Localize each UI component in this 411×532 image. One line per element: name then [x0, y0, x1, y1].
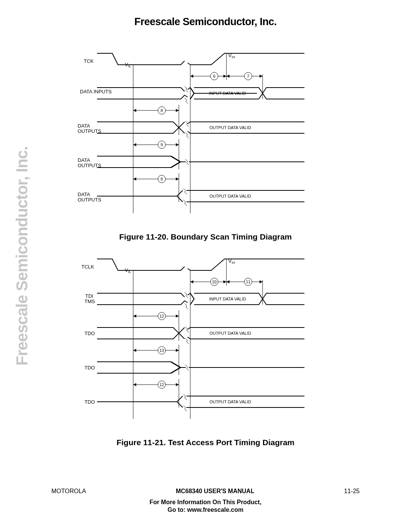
marker-13-group: 13 [133, 347, 179, 354]
data-outputs-3-row: DATAOUTPUTS OUTPUT DATA VALID [78, 189, 304, 206]
tdo-2-row: TDO [84, 362, 304, 373]
marker-12a: 12 [159, 314, 164, 318]
tdi-tms-row: TDI TMS INPUT DATA VALID [84, 292, 304, 309]
tdi-label: TDI [85, 293, 93, 299]
tdo-2-label: TDO [84, 365, 95, 371]
tdo-3-label: TDO [84, 399, 95, 405]
page: Freescale Semiconductor, Inc. Freescale … [0, 0, 411, 532]
marker-12b: 12 [159, 382, 164, 387]
marker-11: 11 [246, 280, 250, 284]
marker-8b: 8 [161, 177, 163, 181]
marker-8a: 8 [161, 108, 163, 113]
marker-6: 6 [213, 74, 215, 78]
watermark-text: Freescale Semiconductor, Inc. [13, 146, 31, 366]
output-data-valid-2b: OUTPUT DATA VALID [209, 399, 251, 404]
svg-text:DATAOUTPUTS: DATAOUTPUTS [78, 123, 101, 134]
marker-8a-group: 8 [133, 107, 179, 114]
footer-line1: For More Information On This Product, [0, 498, 411, 506]
footer-center: MC68340 USER'S MANUAL [176, 488, 255, 495]
data-outputs-1-row: DATAOUTPUTS OUTPUT DATA VALID [78, 121, 304, 138]
input-data-valid-2: INPUT DATA VALID [209, 297, 246, 301]
tclk-label: TCLK [81, 264, 94, 270]
tdo-1-row: TDO OUTPUT DATA VALID [84, 327, 304, 344]
marker-7: 7 [247, 74, 249, 78]
marker-8b-group: 8 [133, 175, 179, 183]
output-data-valid-3: OUTPUT DATA VALID [209, 194, 251, 198]
marker-10-group: 10 [190, 278, 226, 286]
marker-10: 10 [212, 280, 217, 284]
output-data-valid-2a: OUTPUT DATA VALID [209, 331, 251, 335]
figure-11-20-caption: Figure 11-20. Boundary Scan Timing Diagr… [0, 232, 411, 241]
tck-label: TCK [84, 58, 94, 64]
marker-11-group: 11 [226, 278, 263, 286]
marker-9: 9 [161, 142, 163, 147]
input-data-valid: INPUT DATA VALID [209, 91, 246, 96]
figure-11-21-caption: Figure 11-21. Test Access Port Timing Di… [0, 438, 411, 447]
data-outputs-2-row: DATAOUTPUTS [78, 156, 304, 168]
marker-7-group: 7 [226, 72, 263, 80]
marker-12b-group: 12 [133, 381, 179, 388]
marker-12a-group: 12 [133, 312, 179, 320]
marker-9-group: 9 [133, 141, 179, 149]
marker-6-group: 6 [190, 72, 226, 80]
vil-label: VIL [125, 62, 131, 68]
header-company: Freescale Semiconductor, Inc. [0, 16, 411, 28]
svg-text:DATAOUTPUTS: DATAOUTPUTS [78, 157, 101, 168]
vil-label-2: VIL [125, 267, 131, 274]
data-inputs-label: DATA INPUTS [80, 89, 112, 94]
output-data-valid-1: OUTPUT DATA VALID [209, 125, 251, 130]
tdo-1-label: TDO [84, 331, 95, 336]
footer-right: 11-25 [344, 488, 360, 495]
data-inputs-row: DATA INPUTS INPUT DATA VALID [80, 86, 304, 104]
marker-13: 13 [159, 348, 164, 353]
tms-label: TMS [84, 299, 95, 304]
svg-text:DATAOUTPUTS: DATAOUTPUTS [78, 192, 101, 203]
figure-11-20-diagram: TCK VIL VIH 6 7 DATA INPUTS INPUT D [76, 50, 312, 225]
figure-11-21-diagram: TCLK VIL VIH 10 11 TDI TMS INPUT DATA VA… [76, 255, 312, 430]
footer: MOTOROLA MC68340 USER'S MANUAL 11-25 For… [0, 488, 411, 514]
tdo-3-row: TDO OUTPUT DATA VALID [84, 394, 304, 411]
footer-line2: Go to: www.freescale.com [0, 506, 411, 514]
footer-left: MOTOROLA [51, 488, 86, 495]
